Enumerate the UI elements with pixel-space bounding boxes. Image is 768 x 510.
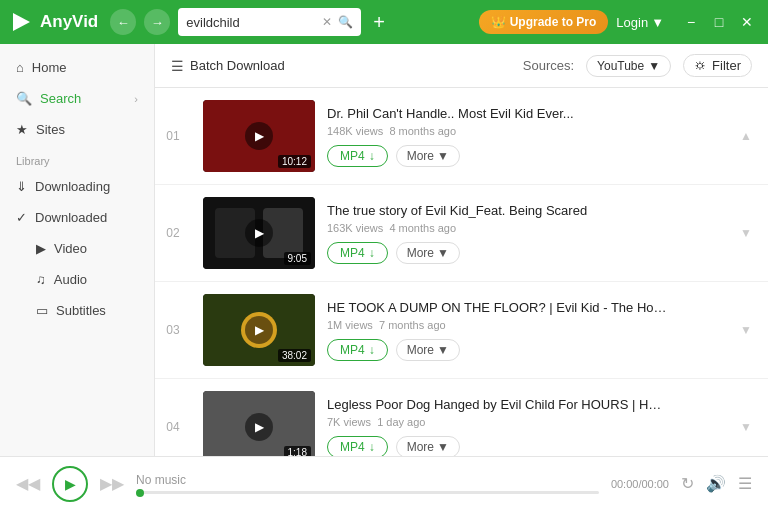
search-arrow-icon: › <box>134 93 138 105</box>
maximize-button[interactable]: □ <box>708 11 730 33</box>
result-arrow-icon[interactable]: ▼ <box>740 323 752 337</box>
play-button[interactable]: ▶ <box>52 466 88 502</box>
result-views: 148K views <box>327 125 383 137</box>
upgrade-button[interactable]: 👑 Upgrade to Pro <box>479 10 609 34</box>
result-actions: MP4 ↓ More ▼ <box>327 339 724 361</box>
playlist-icon[interactable]: ☰ <box>738 474 752 493</box>
list-item: 03 ▶ 38:02 HE TOOK A DUMP ON THE FLOOR? … <box>155 282 768 379</box>
video-duration: 1:18 <box>284 446 311 456</box>
result-views: 163K views <box>327 222 383 234</box>
mp4-button[interactable]: MP4 ↓ <box>327 242 388 264</box>
result-actions: MP4 ↓ More ▼ <box>327 145 724 167</box>
back-button[interactable]: ← <box>110 9 136 35</box>
result-actions: MP4 ↓ More ▼ <box>327 242 724 264</box>
result-age: 4 months ago <box>389 222 456 234</box>
sidebar-item-search[interactable]: 🔍 Search › <box>0 83 154 114</box>
more-button[interactable]: More ▼ <box>396 145 460 167</box>
mp4-label: MP4 <box>340 440 365 454</box>
sidebar-item-home[interactable]: ⌂ Home <box>0 52 154 83</box>
repeat-icon[interactable]: ↻ <box>681 474 694 493</box>
results-list: 01 ▶ 10:12 Dr. Phil Can't Handle.. Most … <box>155 88 768 456</box>
result-arrow-icon[interactable]: ▼ <box>740 420 752 434</box>
result-info: HE TOOK A DUMP ON THE FLOOR? | Evil Kid … <box>327 300 724 361</box>
result-arrow-icon[interactable]: ▲ <box>740 129 752 143</box>
play-icon[interactable]: ▶ <box>245 413 273 441</box>
result-thumbnail[interactable]: ▶ 10:12 <box>203 100 315 172</box>
video-label: Video <box>54 241 87 256</box>
result-title: The true story of Evil Kid_Feat. Being S… <box>327 203 667 218</box>
mp4-label: MP4 <box>340 343 365 357</box>
player-progress-bar[interactable] <box>136 491 599 494</box>
clear-url-icon[interactable]: ✕ <box>322 15 332 29</box>
login-button[interactable]: Login ▼ <box>616 15 664 30</box>
previous-button[interactable]: ◀◀ <box>16 474 40 493</box>
sidebar-item-audio[interactable]: ♫ Audio <box>0 264 154 295</box>
mp4-button[interactable]: MP4 ↓ <box>327 339 388 361</box>
content-area: ☰ Batch Download Sources: YouTube ▼ ⛭ Fi… <box>155 44 768 456</box>
play-icon[interactable]: ▶ <box>245 122 273 150</box>
sources-dropdown[interactable]: YouTube ▼ <box>586 55 671 77</box>
result-number: 02 <box>155 226 191 240</box>
subtitles-icon: ▭ <box>36 303 48 318</box>
result-arrow-icon[interactable]: ▼ <box>740 226 752 240</box>
result-number: 03 <box>155 323 191 337</box>
add-tab-button[interactable]: + <box>373 11 385 34</box>
more-button[interactable]: More ▼ <box>396 339 460 361</box>
home-label: Home <box>32 60 67 75</box>
close-button[interactable]: ✕ <box>736 11 758 33</box>
url-input[interactable] <box>186 15 316 30</box>
home-icon: ⌂ <box>16 60 24 75</box>
next-button[interactable]: ▶▶ <box>100 474 124 493</box>
sidebar-item-video[interactable]: ▶ Video <box>0 233 154 264</box>
source-value: YouTube <box>597 59 644 73</box>
main-layout: ⌂ Home 🔍 Search › ★ Sites Library ⇓ Down… <box>0 44 768 456</box>
list-item: 01 ▶ 10:12 Dr. Phil Can't Handle.. Most … <box>155 88 768 185</box>
forward-button[interactable]: → <box>144 9 170 35</box>
filter-button[interactable]: ⛭ Filter <box>683 54 752 77</box>
result-thumbnail[interactable]: ▶ 9:05 <box>203 197 315 269</box>
download-icon: ↓ <box>369 343 375 357</box>
download-icon: ↓ <box>369 440 375 454</box>
more-chevron-icon: ▼ <box>437 149 449 163</box>
sidebar-item-subtitles[interactable]: ▭ Subtitles <box>0 295 154 326</box>
volume-icon[interactable]: 🔊 <box>706 474 726 493</box>
result-meta: 148K views 8 months ago <box>327 125 724 137</box>
more-button[interactable]: More ▼ <box>396 436 460 457</box>
content-toolbar: ☰ Batch Download Sources: YouTube ▼ ⛭ Fi… <box>155 44 768 88</box>
player-progress-dot <box>136 489 144 497</box>
mp4-label: MP4 <box>340 149 365 163</box>
more-label: More <box>407 440 434 454</box>
search-label: Search <box>40 91 81 106</box>
library-section-label: Library <box>0 145 154 171</box>
filter-icon: ⛭ <box>694 58 707 73</box>
mp4-button[interactable]: MP4 ↓ <box>327 145 388 167</box>
play-icon[interactable]: ▶ <box>245 219 273 247</box>
result-title: Dr. Phil Can't Handle.. Most Evil Kid Ev… <box>327 106 667 121</box>
result-thumbnail[interactable]: ▶ 1:18 <box>203 391 315 456</box>
login-chevron-icon: ▼ <box>651 15 664 30</box>
sidebar-item-downloading[interactable]: ⇓ Downloading <box>0 171 154 202</box>
crown-icon: 👑 <box>491 15 506 29</box>
upgrade-label: Upgrade to Pro <box>510 15 597 29</box>
sidebar-item-sites[interactable]: ★ Sites <box>0 114 154 145</box>
title-bar: AnyVid ← → ✕ 🔍 + 👑 Upgrade to Pro Login … <box>0 0 768 44</box>
audio-icon: ♫ <box>36 272 46 287</box>
filter-label: Filter <box>712 58 741 73</box>
result-meta: 7K views 1 day ago <box>327 416 724 428</box>
search-icon[interactable]: 🔍 <box>338 15 353 29</box>
result-title: HE TOOK A DUMP ON THE FLOOR? | Evil Kid … <box>327 300 667 315</box>
player-time: 00:00/00:00 <box>611 478 669 490</box>
url-bar[interactable]: ✕ 🔍 <box>178 8 361 36</box>
logo-icon <box>10 10 34 34</box>
sidebar-item-downloaded[interactable]: ✓ Downloaded <box>0 202 154 233</box>
result-thumbnail[interactable]: ▶ 38:02 <box>203 294 315 366</box>
list-item: 04 ▶ 1:18 Legless Poor Dog Hanged by Evi… <box>155 379 768 456</box>
play-icon[interactable]: ▶ <box>245 316 273 344</box>
result-age: 1 day ago <box>377 416 425 428</box>
result-info: Legless Poor Dog Hanged by Evil Child Fo… <box>327 397 724 457</box>
batch-download-button[interactable]: ☰ Batch Download <box>171 58 285 74</box>
sources-label: Sources: <box>523 58 574 73</box>
minimize-button[interactable]: − <box>680 11 702 33</box>
mp4-button[interactable]: MP4 ↓ <box>327 436 388 457</box>
more-button[interactable]: More ▼ <box>396 242 460 264</box>
